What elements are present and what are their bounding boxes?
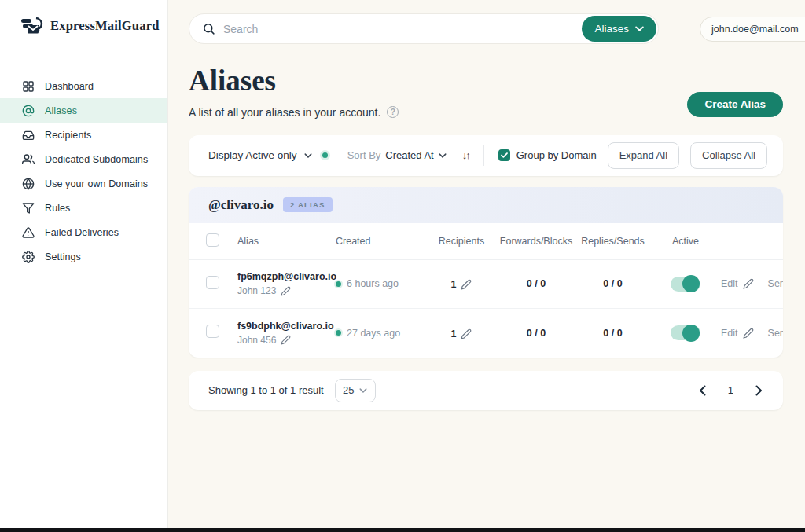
divider bbox=[483, 145, 484, 166]
sort-by-label: Sort By bbox=[347, 149, 381, 161]
domain-group-header[interactable]: @clivaro.io 2 ALIAS bbox=[189, 187, 783, 223]
page-title: Aliases bbox=[189, 66, 399, 97]
create-alias-button[interactable]: Create Alias bbox=[687, 92, 783, 117]
sort-direction-icon[interactable]: ↓↑ bbox=[462, 149, 469, 161]
send-label: Send bbox=[768, 278, 783, 289]
aliases-table: @clivaro.io 2 ALIAS Alias Created Recipi… bbox=[189, 187, 783, 358]
chevron-down-icon bbox=[635, 26, 644, 31]
row-checkbox[interactable] bbox=[206, 325, 219, 338]
pencil-icon bbox=[743, 328, 754, 339]
column-header-alias: Alias bbox=[237, 236, 336, 247]
topbar: Aliases john.doe@mail.com bbox=[189, 13, 783, 44]
edit-alias-button[interactable]: Edit bbox=[721, 278, 754, 289]
alias-description: John 456 bbox=[237, 335, 276, 346]
sidebar-item-own-domains[interactable]: Use your own Domains bbox=[0, 171, 167, 196]
sidebar-item-failed-deliveries[interactable]: Failed Deliveries bbox=[0, 220, 167, 244]
sidebar-item-label: Aliases bbox=[45, 105, 77, 116]
column-header-created: Created bbox=[336, 236, 426, 247]
sidebar-item-rules[interactable]: Rules bbox=[0, 196, 167, 220]
current-page-number[interactable]: 1 bbox=[728, 384, 733, 396]
chevron-right-icon bbox=[755, 385, 763, 396]
sidebar-item-label: Failed Deliveries bbox=[45, 227, 119, 238]
column-header-forwards-blocks: Forwards/Blocks bbox=[497, 236, 575, 247]
edit-recipients-icon[interactable] bbox=[461, 328, 472, 339]
sidebar-item-label: Settings bbox=[45, 251, 81, 262]
account-email: john.doe@mail.com bbox=[711, 24, 799, 35]
filter-bar: Display Active only Sort By Created At ↓… bbox=[189, 135, 783, 176]
sidebar-item-settings[interactable]: Settings bbox=[0, 244, 167, 269]
chevron-down-icon bbox=[359, 388, 367, 393]
edit-label: Edit bbox=[721, 328, 738, 339]
sidebar-item-label: Dedicated Subdomains bbox=[45, 154, 148, 165]
gear-icon bbox=[21, 250, 35, 263]
table-row: fs9bdphk@clivaro.io John 456 27 days ago… bbox=[189, 309, 783, 358]
sidebar-item-dedicated-subdomains[interactable]: Dedicated Subdomains bbox=[0, 147, 167, 171]
replies-sends-count: 0 / 0 bbox=[575, 278, 650, 289]
main-content: Aliases john.doe@mail.com Aliases A list… bbox=[168, 0, 805, 528]
forwards-blocks-count: 0 / 0 bbox=[497, 328, 575, 339]
alias-description: John 123 bbox=[237, 285, 276, 296]
edit-alias-button[interactable]: Edit bbox=[721, 328, 754, 339]
active-toggle[interactable] bbox=[671, 277, 700, 292]
alias-address: fp6mqzph@clivaro.io bbox=[237, 271, 336, 282]
select-all-checkbox[interactable] bbox=[206, 233, 219, 247]
sidebar-item-label: Dashboard bbox=[45, 81, 94, 92]
edit-description-icon[interactable] bbox=[281, 286, 291, 296]
recipients-count: 1 bbox=[451, 279, 457, 290]
created-at: 6 hours ago bbox=[347, 278, 399, 289]
edit-description-icon[interactable] bbox=[281, 335, 291, 345]
sidebar-nav: Dashboard Aliases Recipients Dedicated S… bbox=[0, 74, 167, 269]
sidebar: ExpressMailGuard Dashboard Aliases Recip… bbox=[0, 0, 168, 528]
display-filter-dropdown[interactable]: Display Active only bbox=[208, 149, 328, 161]
pagination-summary: Showing 1 to 1 of 1 result bbox=[208, 384, 324, 396]
account-menu-button[interactable]: john.doe@mail.com bbox=[700, 17, 805, 42]
search-scope-label: Aliases bbox=[594, 23, 629, 35]
expand-all-button[interactable]: Expand All bbox=[608, 142, 679, 169]
table-header-row: Alias Created Recipients Forwards/Blocks… bbox=[189, 223, 783, 260]
search-scope-button[interactable]: Aliases bbox=[582, 16, 656, 42]
help-icon[interactable]: ? bbox=[387, 106, 399, 118]
grid-icon bbox=[21, 79, 35, 93]
search-input[interactable] bbox=[223, 23, 522, 35]
sidebar-item-label: Recipients bbox=[45, 130, 91, 141]
inbox-icon bbox=[21, 128, 35, 141]
column-header-replies-sends: Replies/Sends bbox=[575, 236, 650, 247]
row-checkbox[interactable] bbox=[206, 276, 219, 289]
search-icon bbox=[202, 22, 215, 35]
send-from-alias-button[interactable]: Send bbox=[768, 328, 783, 339]
sidebar-item-aliases[interactable]: Aliases bbox=[0, 98, 167, 123]
edit-recipients-icon[interactable] bbox=[461, 279, 472, 290]
page-subtitle: A list of all your aliases in your accou… bbox=[189, 106, 380, 119]
at-sign-icon bbox=[21, 104, 35, 117]
group-by-domain-checkbox[interactable]: Group by Domain bbox=[498, 149, 597, 161]
collapse-all-button[interactable]: Collapse All bbox=[690, 142, 767, 169]
sort-by-dropdown[interactable]: Sort By Created At bbox=[347, 149, 447, 161]
sidebar-item-label: Rules bbox=[45, 203, 70, 214]
pagination-bar: Showing 1 to 1 of 1 result 25 1 bbox=[189, 371, 783, 410]
active-toggle[interactable] bbox=[671, 325, 700, 340]
active-status-dot bbox=[336, 330, 341, 336]
brand: ExpressMailGuard bbox=[0, 0, 167, 36]
screen-edge-bar bbox=[0, 528, 805, 532]
forwards-blocks-count: 0 / 0 bbox=[497, 278, 575, 289]
alias-address: fs9bdphk@clivaro.io bbox=[237, 321, 336, 332]
sidebar-item-recipients[interactable]: Recipients bbox=[0, 123, 167, 147]
send-from-alias-button[interactable]: Send bbox=[768, 278, 783, 289]
page-header: Aliases A list of all your aliases in yo… bbox=[189, 66, 783, 119]
active-status-dot bbox=[336, 281, 341, 287]
page-size-select[interactable]: 25 bbox=[335, 379, 376, 402]
pencil-icon bbox=[743, 278, 754, 289]
brand-logo-icon bbox=[20, 16, 44, 36]
table-row: fp6mqzph@clivaro.io John 123 6 hours ago… bbox=[189, 260, 783, 309]
next-page-button[interactable] bbox=[754, 383, 764, 398]
warning-triangle-icon bbox=[21, 226, 35, 239]
previous-page-button[interactable] bbox=[697, 383, 708, 398]
sidebar-item-dashboard[interactable]: Dashboard bbox=[0, 74, 167, 98]
group-domain: @clivaro.io bbox=[208, 197, 274, 213]
alias-count-badge: 2 ALIAS bbox=[283, 197, 332, 212]
group-by-domain-label: Group by Domain bbox=[516, 149, 597, 161]
column-header-active: Active bbox=[650, 236, 721, 247]
sidebar-item-label: Use your own Domains bbox=[45, 178, 148, 189]
chevron-down-icon bbox=[304, 153, 312, 158]
display-filter-label: Display Active only bbox=[208, 149, 297, 161]
